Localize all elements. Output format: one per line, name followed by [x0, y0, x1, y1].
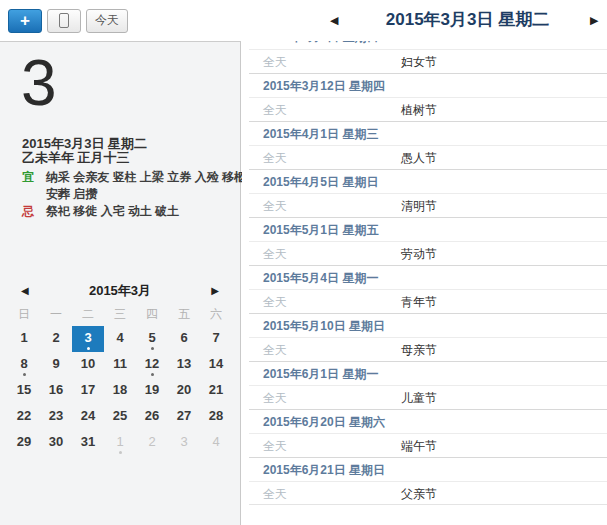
- mini-day-cell[interactable]: 15: [8, 378, 40, 404]
- mini-day-cell[interactable]: 26: [136, 404, 168, 430]
- event-row[interactable]: 全天植树节: [249, 97, 607, 121]
- almanac-suitable-row: 宜 纳采 会亲友 竖柱 上梁 立券 入殓 移柩 安葬 启攒: [22, 169, 228, 203]
- mini-next-month-button[interactable]: ▶: [211, 280, 219, 301]
- all-day-label: 全天: [249, 482, 401, 504]
- big-day-number: 3: [21, 50, 57, 117]
- mini-day-cell[interactable]: 31: [72, 430, 104, 456]
- event-title: 劳动节: [401, 242, 437, 265]
- event-date-header: 2015年6月21日 星期日: [249, 457, 607, 481]
- mini-day-cell[interactable]: 23: [40, 404, 72, 430]
- mini-day-cell[interactable]: 28: [200, 404, 232, 430]
- all-day-label: 全天: [249, 386, 401, 409]
- all-day-label: 全天: [249, 242, 401, 265]
- mini-calendar-week: 891011121314: [8, 352, 232, 378]
- mini-day-cell[interactable]: 2: [136, 430, 168, 456]
- mini-calendar-title: 2015年3月: [8, 280, 232, 301]
- event-date-header: 2015年3月8日 星期日: [249, 41, 607, 49]
- weekday-label: 六: [200, 304, 232, 324]
- event-row[interactable]: 全天青年节: [249, 289, 607, 313]
- suitable-label: 宜: [22, 169, 46, 203]
- mini-day-cell[interactable]: 30: [40, 430, 72, 456]
- next-day-button[interactable]: ▶: [590, 13, 598, 27]
- event-row[interactable]: 全天清明节: [249, 193, 607, 217]
- event-row[interactable]: 全天端午节: [249, 433, 607, 457]
- mini-day-cell[interactable]: 18: [104, 378, 136, 404]
- all-day-label: 全天: [249, 338, 401, 361]
- weekday-label: 二: [72, 304, 104, 324]
- weekday-label: 四: [136, 304, 168, 324]
- event-date-header: 2015年4月5日 星期日: [249, 169, 607, 193]
- mini-day-cell[interactable]: 8: [8, 352, 40, 378]
- page-title: 2015年3月3日 星期二: [355, 8, 580, 31]
- weekday-label: 三: [104, 304, 136, 324]
- mini-day-cell-selected[interactable]: 3: [72, 326, 104, 352]
- mini-day-cell[interactable]: 11: [104, 352, 136, 378]
- event-dot: [87, 347, 90, 350]
- event-row[interactable]: 全天儿童节: [249, 385, 607, 409]
- all-day-label: 全天: [249, 194, 401, 217]
- mini-day-cell[interactable]: 14: [200, 352, 232, 378]
- mini-day-cell[interactable]: 24: [72, 404, 104, 430]
- event-title: 儿童节: [401, 386, 437, 409]
- event-title: 母亲节: [401, 338, 437, 361]
- mini-day-cell[interactable]: 22: [8, 404, 40, 430]
- today-button[interactable]: 今天: [86, 9, 128, 33]
- calendar-app: + 今天 ◀ 2015年3月3日 星期二 ▶ 3 2015年3月3日 星期二 乙…: [0, 0, 607, 525]
- mini-day-cell[interactable]: 6: [168, 326, 200, 352]
- all-day-label: 全天: [249, 290, 401, 313]
- view-mode-button[interactable]: [47, 9, 81, 33]
- mini-day-cell[interactable]: 21: [200, 378, 232, 404]
- mini-day-cell[interactable]: 5: [136, 326, 168, 352]
- phone-view-icon: [59, 13, 69, 28]
- mini-day-cell[interactable]: 3: [168, 430, 200, 456]
- mini-calendar: ◀ 2015年3月 ▶ 日一二三四五六 12345678910111213141…: [8, 280, 232, 456]
- all-day-label: 全天: [249, 98, 401, 121]
- mini-day-cell[interactable]: 17: [72, 378, 104, 404]
- avoid-label: 忌: [22, 203, 46, 220]
- event-title: 父亲节: [401, 482, 437, 504]
- all-day-label: 全天: [249, 146, 401, 169]
- event-date-header: 2015年6月1日 星期一: [249, 361, 607, 385]
- event-date-header: 2015年4月1日 星期三: [249, 121, 607, 145]
- mini-day-cell[interactable]: 1: [104, 430, 136, 456]
- weekday-row: 日一二三四五六: [8, 304, 232, 324]
- day-detail-panel: 3 2015年3月3日 星期二 乙未羊年 正月十三 宜 纳采 会亲友 竖柱 上梁…: [0, 41, 241, 525]
- event-dot: [23, 373, 26, 376]
- event-title: 植树节: [401, 98, 437, 121]
- event-row[interactable]: 全天妇女节: [249, 49, 607, 73]
- mini-day-cell[interactable]: 7: [200, 326, 232, 352]
- event-title: 端午节: [401, 434, 437, 457]
- event-row[interactable]: 全天愚人节: [249, 145, 607, 169]
- mini-day-cell[interactable]: 10: [72, 352, 104, 378]
- event-date-header: 2015年5月1日 星期五: [249, 217, 607, 241]
- mini-day-cell[interactable]: 27: [168, 404, 200, 430]
- event-panel: 2015年3月8日 星期日全天妇女节2015年3月12日 星期四全天植树节201…: [242, 41, 607, 525]
- mini-day-cell[interactable]: 9: [40, 352, 72, 378]
- add-event-button[interactable]: +: [8, 9, 42, 33]
- mini-day-cell[interactable]: 1: [8, 326, 40, 352]
- all-day-label: 全天: [249, 434, 401, 457]
- event-row[interactable]: 全天父亲节: [249, 481, 607, 505]
- mini-day-cell[interactable]: 4: [104, 326, 136, 352]
- mini-day-cell[interactable]: 29: [8, 430, 40, 456]
- event-dot: [119, 451, 122, 454]
- suitable-terms-line2: 安葬 启攒: [46, 186, 246, 203]
- mini-prev-month-button[interactable]: ◀: [21, 280, 29, 301]
- mini-day-cell[interactable]: 2: [40, 326, 72, 352]
- mini-calendar-week: 15161718192021: [8, 378, 232, 404]
- prev-day-button[interactable]: ◀: [330, 13, 338, 27]
- mini-day-cell[interactable]: 25: [104, 404, 136, 430]
- mini-day-cell[interactable]: 12: [136, 352, 168, 378]
- mini-day-cell[interactable]: 19: [136, 378, 168, 404]
- mini-day-cell[interactable]: 13: [168, 352, 200, 378]
- event-row[interactable]: 全天劳动节: [249, 241, 607, 265]
- event-title: 妇女节: [401, 50, 437, 73]
- mini-day-cell[interactable]: 20: [168, 378, 200, 404]
- event-row[interactable]: 全天母亲节: [249, 337, 607, 361]
- mini-day-cell[interactable]: 16: [40, 378, 72, 404]
- weekday-label: 一: [40, 304, 72, 324]
- mini-calendar-header: ◀ 2015年3月 ▶: [8, 280, 232, 301]
- lunar-date-line: 乙未羊年 正月十三: [22, 149, 130, 167]
- event-date-header: 2015年5月4日 星期一: [249, 265, 607, 289]
- mini-day-cell[interactable]: 4: [200, 430, 232, 456]
